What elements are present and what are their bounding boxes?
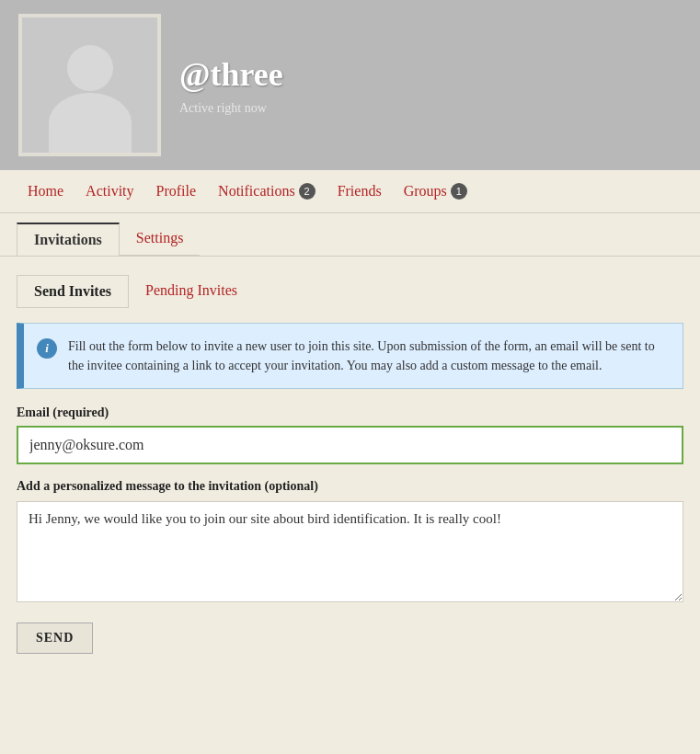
groups-badge: 1 (451, 183, 467, 200)
nav-bar: Home Activity Profile Notifications 2 Fr… (0, 170, 700, 213)
sub-nav: Invitations Settings (0, 213, 700, 257)
email-label: Email (required) (17, 406, 683, 420)
profile-banner: @three Active right now (0, 0, 700, 170)
notifications-badge: 2 (299, 183, 316, 200)
info-box: i Fill out the form below to invite a ne… (17, 323, 683, 389)
tab-settings-label: Settings (136, 230, 184, 246)
message-textarea[interactable]: Hi Jenny, we would like you to join our … (17, 501, 683, 602)
nav-activity-label: Activity (86, 183, 133, 200)
nav-home[interactable]: Home (17, 170, 75, 212)
inner-tab-send-label: Send Invites (34, 283, 111, 299)
inner-tabs: Send Invites Pending Invites (17, 275, 683, 308)
avatar (18, 14, 161, 156)
nav-home-label: Home (28, 183, 63, 200)
nav-groups[interactable]: Groups 1 (393, 170, 478, 212)
avatar-head (67, 45, 113, 91)
message-label: Add a personalized message to the invita… (17, 479, 683, 494)
inner-tab-send[interactable]: Send Invites (17, 275, 129, 308)
nav-notifications-label: Notifications (218, 183, 295, 200)
info-icon: i (37, 338, 57, 359)
nav-notifications[interactable]: Notifications 2 (207, 170, 327, 212)
email-input[interactable] (17, 426, 683, 464)
profile-status: Active right now (179, 101, 283, 116)
inner-tab-pending-label: Pending Invites (145, 282, 237, 298)
tab-invitations[interactable]: Invitations (17, 223, 120, 256)
tab-settings[interactable]: Settings (120, 223, 201, 256)
nav-profile[interactable]: Profile (145, 170, 208, 212)
info-text: Fill out the form below to invite a new … (68, 337, 670, 375)
profile-info: @three Active right now (179, 55, 283, 116)
nav-friends-label: Friends (338, 183, 382, 200)
nav-groups-label: Groups (404, 183, 447, 200)
send-button[interactable]: SEND (17, 623, 93, 654)
profile-username: @three (179, 55, 283, 94)
avatar-body (49, 93, 132, 153)
nav-profile-label: Profile (156, 183, 197, 200)
tab-invitations-label: Invitations (34, 232, 102, 247)
content-area: Send Invites Pending Invites i Fill out … (0, 257, 700, 672)
nav-activity[interactable]: Activity (75, 170, 144, 212)
nav-friends[interactable]: Friends (327, 170, 393, 212)
inner-tab-pending[interactable]: Pending Invites (129, 275, 254, 308)
avatar-figure (22, 17, 157, 153)
